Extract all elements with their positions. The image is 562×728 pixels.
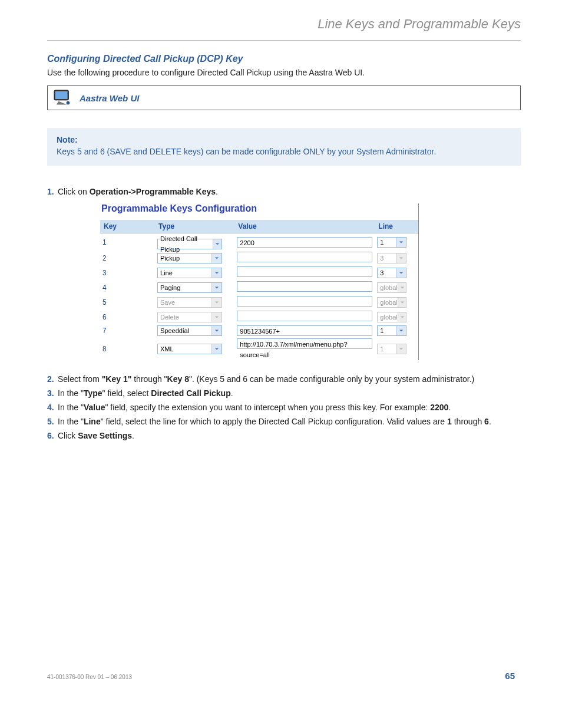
value-input[interactable] [237, 311, 372, 321]
key-cell: 5 [100, 295, 155, 309]
step-text: Select from [58, 374, 102, 384]
type-value: Speeddial [160, 325, 189, 336]
screenshot-panel: Programmable Keys Configuration Key Type… [100, 203, 419, 360]
key-cell: 2 [100, 251, 155, 265]
chevron-down-icon [211, 344, 222, 354]
chevron-down-icon [398, 312, 406, 322]
line-value: global [380, 282, 397, 293]
step-bold: 2200 [430, 403, 448, 412]
key-cell: 8 [100, 337, 155, 360]
step-text: Click [58, 431, 78, 440]
line-select[interactable]: 1 [377, 237, 406, 248]
step-text: In the " [58, 388, 84, 398]
step-text: . [216, 187, 218, 196]
type-select[interactable]: XML [157, 344, 222, 354]
key-cell: 4 [100, 280, 155, 295]
type-value: Paging [160, 282, 180, 293]
page-footer: 41-001376-00 Rev 01 – 06.2013 65 [47, 671, 515, 681]
step-text: ". (Keys 5 and 6 can be made configurabl… [189, 374, 474, 384]
chevron-down-icon [211, 268, 222, 278]
line-select[interactable]: 1 [377, 325, 406, 336]
line-value: 1 [380, 344, 384, 354]
table-row: 7Speeddial9051234567+1 [100, 324, 418, 337]
step-1: Click on Operation->Programmable Keys. P… [47, 187, 521, 360]
line-select: global [377, 282, 406, 293]
line-value: 1 [380, 325, 384, 336]
chevron-down-icon [211, 298, 222, 307]
step-text: In the " [58, 417, 84, 426]
step-text: Click on [58, 187, 90, 196]
value-input[interactable] [237, 281, 372, 292]
note-body: Keys 5 and 6 (SAVE and DELETE keys) can … [57, 147, 511, 156]
col-type: Type [155, 220, 234, 233]
value-input[interactable] [237, 266, 372, 277]
value-input[interactable]: 2200 [237, 237, 372, 248]
type-select: Delete [157, 312, 222, 322]
table-row: 8XMLhttp://10.70.3.7/xml/menu/menu.php?s… [100, 337, 418, 360]
table-row: 3Line3 [100, 265, 418, 280]
step-bold: Operation->Programmable Keys [90, 187, 216, 196]
line-select[interactable]: 3 [377, 268, 406, 278]
step-3: In the "Type" field, select Directed Cal… [47, 388, 521, 398]
page-number: 65 [505, 671, 515, 681]
value-input[interactable] [237, 296, 372, 307]
screenshot-title: Programmable Keys Configuration [100, 203, 418, 220]
table-row: 5Saveglobal [100, 295, 418, 309]
line-value: global [380, 297, 397, 308]
chevron-down-icon [396, 268, 406, 278]
type-value: Pickup [160, 253, 180, 263]
step-bold: Line [84, 417, 101, 426]
value-input[interactable] [237, 252, 372, 262]
type-select[interactable]: Speeddial [157, 325, 222, 336]
col-line: Line [375, 220, 418, 233]
step-text: " field, select the line for which to ap… [101, 417, 447, 426]
step-bold: Save Settings [78, 431, 132, 440]
col-value: Value [234, 220, 375, 233]
type-value: Directed Call Pickup [160, 233, 213, 255]
col-key: Key [100, 220, 155, 233]
line-value: global [380, 312, 397, 322]
step-text: In the " [58, 403, 84, 412]
key-cell: 7 [100, 324, 155, 337]
key-cell: 1 [100, 233, 155, 251]
step-bold: Value [84, 403, 105, 412]
svg-rect-1 [55, 91, 68, 99]
key-cell: 6 [100, 309, 155, 324]
value-input[interactable]: http://10.70.3.7/xml/menu/menu.php?sourc… [237, 338, 372, 349]
chevron-down-icon [211, 312, 222, 322]
key-cell: 3 [100, 265, 155, 280]
svg-point-2 [67, 101, 70, 105]
type-value: Save [160, 297, 175, 308]
line-value: 3 [380, 268, 384, 278]
chevron-down-icon [398, 298, 406, 307]
divider [47, 40, 521, 41]
chevron-down-icon [396, 253, 406, 263]
step-2: Select from "Key 1" through "Key 8". (Ke… [47, 374, 521, 384]
line-select: 3 [377, 253, 406, 263]
type-select[interactable]: Line [157, 268, 222, 278]
step-bold: Key 8 [167, 374, 189, 384]
type-value: Line [160, 268, 173, 278]
step-text: " field, select [103, 388, 151, 398]
note-box: Note: Keys 5 and 6 (SAVE and DELETE keys… [47, 128, 521, 166]
chevron-down-icon [211, 253, 222, 263]
step-4: In the "Value" field, specify the extens… [47, 403, 521, 412]
value-input[interactable]: 9051234567+ [237, 325, 372, 336]
webui-label: Aastra Web UI [80, 93, 139, 103]
chapter-title: Line Keys and Programmable Keys [47, 17, 521, 32]
line-select: global [377, 312, 406, 322]
type-select[interactable]: Directed Call Pickup [157, 239, 222, 249]
step-text: . [132, 431, 134, 440]
chevron-down-icon [213, 239, 222, 249]
step-6: Click Save Settings. [47, 431, 521, 440]
type-select[interactable]: Paging [157, 282, 222, 293]
step-text: . [448, 403, 451, 412]
step-text: . [231, 388, 233, 398]
chevron-down-icon [396, 326, 406, 335]
step-bold: 1 [447, 417, 452, 426]
type-select: Save [157, 297, 222, 308]
type-select[interactable]: Pickup [157, 253, 222, 263]
step-bold: "Key 1" [102, 374, 132, 384]
steps-list: Click on Operation->Programmable Keys. P… [47, 187, 521, 440]
table-row: 1Directed Call Pickup22001 [100, 233, 418, 251]
